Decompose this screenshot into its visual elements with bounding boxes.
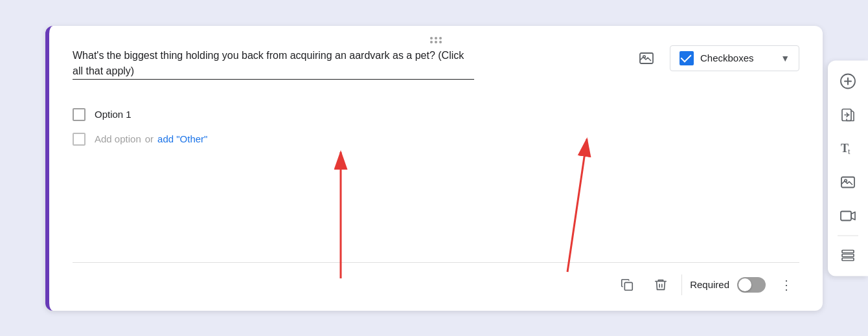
section-icon — [840, 247, 856, 263]
title-icon: T t — [839, 141, 856, 155]
option-row-1: Option 1 — [73, 108, 799, 121]
sidebar-video-button[interactable] — [834, 201, 862, 230]
svg-point-0 — [430, 37, 433, 39]
sidebar-add-question-button[interactable] — [834, 67, 862, 95]
required-label: Required — [690, 279, 729, 290]
dropdown-arrow-icon: ▼ — [781, 53, 790, 63]
svg-rect-19 — [842, 250, 854, 252]
sidebar-image-icon — [840, 174, 856, 190]
svg-point-1 — [435, 37, 437, 39]
image-icon — [639, 50, 654, 66]
sidebar-divider — [838, 235, 858, 236]
bottom-divider — [73, 262, 799, 263]
svg-rect-21 — [842, 258, 854, 260]
add-question-icon — [839, 73, 856, 89]
add-option-row[interactable]: Add option or add "Other" — [73, 133, 799, 146]
action-divider — [681, 274, 682, 295]
svg-point-5 — [439, 41, 442, 43]
sidebar-image-button[interactable] — [834, 168, 862, 196]
question-card: What's the biggest thing holding you bac… — [45, 26, 823, 311]
import-icon — [840, 107, 856, 122]
copy-button[interactable] — [614, 272, 640, 298]
drag-handle — [428, 34, 444, 47]
svg-rect-20 — [842, 254, 854, 256]
required-toggle[interactable] — [737, 277, 766, 293]
video-icon — [840, 208, 856, 223]
options-section: Option 1 Add option or add "Other" — [73, 108, 799, 146]
top-right: Checkboxes ▼ — [634, 45, 799, 71]
question-divider — [73, 79, 474, 80]
option-checkbox-1[interactable] — [73, 108, 86, 121]
page-wrapper: What's the biggest thing holding you bac… — [0, 0, 868, 336]
svg-rect-8 — [624, 282, 632, 290]
top-row: What's the biggest thing holding you bac… — [73, 45, 799, 95]
copy-icon — [620, 278, 634, 292]
type-dropdown[interactable]: Checkboxes ▼ — [670, 45, 799, 71]
svg-rect-18 — [841, 211, 851, 220]
add-other-link[interactable]: add "Other" — [157, 133, 207, 144]
svg-point-2 — [439, 37, 442, 39]
delete-button[interactable] — [648, 272, 674, 298]
svg-point-3 — [430, 41, 433, 43]
sidebar-import-button[interactable] — [834, 100, 862, 129]
option-label-1: Option 1 — [95, 109, 131, 120]
bottom-actions: Required ⋮ — [73, 268, 799, 298]
question-area: What's the biggest thing holding you bac… — [73, 45, 474, 95]
type-label: Checkboxes — [700, 52, 774, 63]
sidebar-title-button[interactable]: T t — [834, 134, 862, 162]
or-text: or — [145, 133, 154, 144]
checkbox-type-icon — [680, 51, 694, 65]
svg-text:t: t — [848, 146, 851, 155]
trash-icon — [654, 278, 668, 292]
right-sidebar: T t — [828, 60, 868, 276]
question-text: What's the biggest thing holding you bac… — [73, 45, 474, 79]
sidebar-section-button[interactable] — [834, 241, 862, 269]
more-options-button[interactable]: ⋮ — [773, 272, 799, 298]
add-option-text: Add option or add "Other" — [95, 133, 207, 144]
add-option-label: Add option — [95, 133, 141, 144]
svg-point-4 — [435, 41, 437, 43]
add-image-to-question-button[interactable] — [634, 45, 659, 71]
add-option-checkbox — [73, 133, 86, 146]
